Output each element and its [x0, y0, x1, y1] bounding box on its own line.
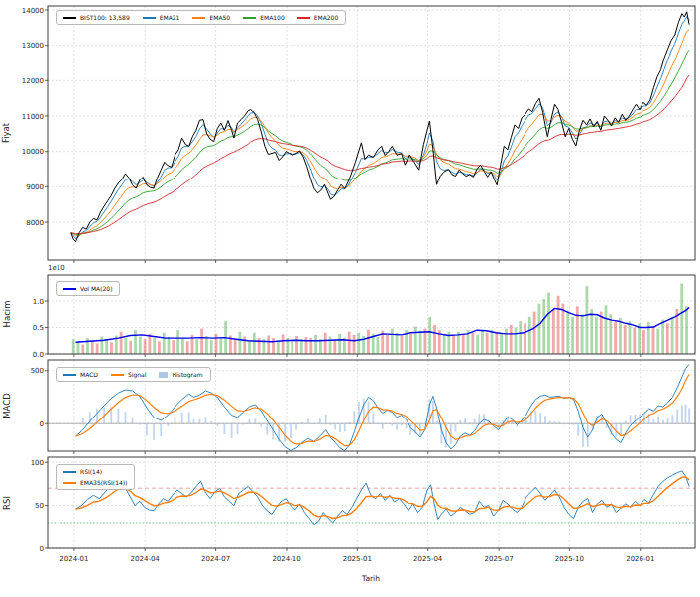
price-ytick-label: 14000 — [22, 7, 44, 15]
chart-svg: 8000900010000110001200013000140000.00.51… — [0, 0, 700, 597]
ema50-legend-label: EMA50 — [209, 14, 230, 21]
x-tick-label: 2024-01 — [59, 555, 88, 563]
price-ytick-label: 13000 — [22, 42, 44, 50]
legend-item-bist100: BIST100: 13,589 — [63, 14, 130, 21]
x-tick-label: 2025-01 — [343, 555, 372, 563]
volume-y-axis-label: Hacim — [2, 301, 12, 328]
legend-item-histogram: Histogram — [159, 371, 202, 378]
x-tick-label: 2025-10 — [555, 555, 584, 563]
x-tick-label: 2025-07 — [484, 555, 513, 563]
legend-item-ema100: EMA100 — [243, 14, 285, 21]
x-tick-label: 2026-01 — [626, 555, 654, 563]
macd-legend-label: MACD — [80, 371, 98, 378]
macd-ytick-label: 500 — [31, 367, 44, 375]
legend-item-signal: Signal — [111, 371, 146, 378]
ema50-line-swatch — [192, 17, 205, 19]
rsi-legend-label: RSI(14) — [80, 468, 102, 475]
figure: 8000900010000110001200013000140000.00.51… — [0, 0, 700, 597]
histogram-patch-swatch — [159, 372, 168, 378]
rsi-ytick-label: 0 — [40, 545, 44, 553]
ema21-legend-label: EMA21 — [160, 14, 180, 21]
gridlines — [48, 6, 695, 548]
rsi-legend: RSI(14) EMA35(RSI(14)) — [56, 464, 135, 490]
price-legend: BIST100: 13,589 EMA21 EMA50 EMA100 EMA20… — [56, 10, 346, 25]
rsi-ytick-label: 50 — [35, 502, 44, 510]
rsi-line-swatch — [63, 471, 76, 473]
legend-item-macd: MACD — [63, 371, 98, 378]
macd-legend: MACD Signal Histogram — [56, 367, 211, 382]
price-ytick-label: 9000 — [26, 183, 44, 191]
ema100-line-swatch — [243, 17, 256, 19]
volume-panel-series — [72, 284, 689, 355]
price-ytick-label: 11000 — [22, 113, 44, 121]
volume-legend: Vol MA(20) — [56, 281, 120, 296]
legend-item-ema21: EMA21 — [143, 14, 180, 21]
vol-ma-legend-label: Vol MA(20) — [80, 285, 112, 292]
price-panel-series — [71, 12, 689, 242]
legend-item-rsi: RSI(14) — [63, 468, 102, 475]
ema200-line-swatch — [297, 17, 310, 19]
vol-ma-line-swatch — [63, 288, 76, 290]
legend-item-rsi-ema: EMA35(RSI(14)) — [63, 479, 127, 486]
legend-item-volma: Vol MA(20) — [63, 285, 112, 292]
x-tick-label: 2024-07 — [201, 555, 230, 563]
rsi-ema-legend-label: EMA35(RSI(14)) — [80, 479, 127, 486]
price-ytick-label: 8000 — [26, 219, 44, 227]
volume-offset-text: 1e10 — [48, 264, 65, 272]
ema21-line-swatch — [143, 17, 156, 19]
volume-ytick-label: 1.0 — [33, 298, 44, 306]
bist100-legend-label: BIST100: 13,589 — [80, 14, 130, 21]
rsi-ytick-label: 100 — [31, 459, 44, 467]
price-ytick-label: 12000 — [22, 77, 44, 85]
x-tick-label: 2024-04 — [131, 555, 161, 563]
signal-legend-label: Signal — [128, 371, 146, 378]
legend-item-ema50: EMA50 — [192, 14, 230, 21]
x-tick-label: 2024-10 — [272, 555, 300, 563]
price-y-axis-label: Fiyat — [1, 122, 11, 143]
volume-ytick-label: 0.5 — [33, 324, 44, 332]
bist100-line-swatch — [63, 17, 76, 19]
rsi-y-axis-label: RSI — [2, 496, 12, 510]
ema200-legend-label: EMA200 — [314, 14, 339, 21]
signal-line-swatch — [111, 374, 124, 376]
x-tick-label: 2025-04 — [413, 555, 443, 563]
rsi-ema-line-swatch — [63, 482, 76, 484]
macd-line-swatch — [63, 374, 76, 376]
histogram-legend-label: Histogram — [172, 371, 202, 378]
ema100-legend-label: EMA100 — [260, 14, 285, 21]
legend-item-ema200: EMA200 — [297, 14, 339, 21]
x-axis-label: Tarih — [361, 574, 380, 583]
macd-ytick-label: 0 — [40, 420, 44, 428]
macd-y-axis-label: MACD — [2, 393, 12, 418]
volume-ytick-label: 0.0 — [33, 351, 44, 359]
price-ytick-label: 10000 — [22, 148, 44, 156]
